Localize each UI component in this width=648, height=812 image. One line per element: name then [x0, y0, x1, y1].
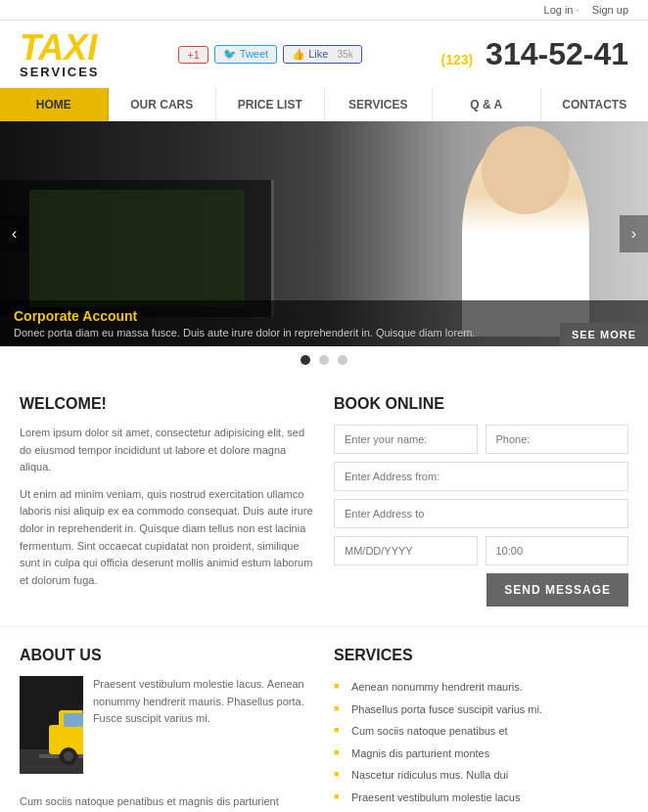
header: TAXI SERVICES +1 🐦 Tweet 👍 Like 35k (123… — [0, 21, 648, 88]
about-section: ABOUT US — [20, 647, 314, 812]
slider-title: Corporate Account — [14, 308, 634, 324]
book-section: BOOK ONLINE SEND MESSAGE — [334, 395, 628, 607]
phone-prefix: (123) — [441, 52, 474, 68]
svg-rect-3 — [78, 754, 83, 758]
social-buttons: +1 🐦 Tweet 👍 Like 35k — [178, 45, 361, 64]
taxi-image: TAXI — [20, 676, 83, 774]
book-row-name-phone — [334, 425, 628, 454]
top-bar: Log in · Sign up — [0, 0, 648, 21]
welcome-section: WELCOME! Lorem ipsum dolor sit amet, con… — [20, 395, 314, 607]
logo-taxi: TAXI — [20, 30, 100, 66]
date-input[interactable] — [334, 536, 478, 565]
like-button[interactable]: 👍 Like 35k — [283, 45, 361, 64]
services-title: SERVICES — [334, 647, 628, 664]
login-link[interactable]: Log in — [544, 4, 574, 16]
logo-services: SERVICES — [20, 66, 100, 78]
taxi-svg: TAXI — [20, 676, 83, 774]
like-count: 35k — [338, 49, 353, 60]
list-item: Aenean nonummy hendrerit mauris. — [334, 676, 628, 699]
welcome-title: WELCOME! — [20, 395, 314, 413]
list-item: Fusce feugiat malesuada odio — [334, 808, 628, 812]
nav-qa[interactable]: Q & A — [433, 88, 541, 121]
separator: · — [577, 4, 579, 16]
about-desc-text: Praesent vestibulum molestie lacus. Aene… — [93, 676, 314, 728]
about-title: ABOUT US — [20, 647, 314, 664]
send-message-button[interactable]: SEND MESSAGE — [486, 573, 628, 607]
address-from-input[interactable] — [334, 462, 628, 491]
services-section: SERVICES Aenean nonummy hendrerit mauris… — [334, 647, 628, 812]
about-description: Praesent vestibulum molestie lacus. Aene… — [93, 676, 314, 784]
book-row-date-time — [334, 536, 628, 565]
svg-rect-2 — [39, 754, 59, 758]
slider-caption: Corporate Account Donec porta diam eu ma… — [0, 300, 648, 346]
about-body: Cum sociis natoque penatibus et magnis d… — [20, 793, 314, 812]
slider-dots — [0, 346, 648, 376]
slider-dot-1[interactable] — [301, 355, 310, 365]
time-input[interactable] — [486, 536, 629, 565]
logo: TAXI SERVICES — [20, 30, 100, 78]
google-plus-button[interactable]: +1 — [178, 46, 208, 64]
nav-services[interactable]: SERVICES — [325, 88, 434, 121]
nav-price-list[interactable]: PRICE LIST — [216, 88, 325, 121]
about-services-section: ABOUT US — [0, 626, 648, 812]
slider-next-button[interactable]: › — [620, 215, 648, 252]
signup-link[interactable]: Sign up — [592, 4, 628, 16]
hero-slider: ‹ › Corporate Account Donec porta diam e… — [0, 121, 648, 346]
book-title: BOOK ONLINE — [334, 395, 628, 413]
welcome-para-2: Ut enim ad minim veniam, quis nostrud ex… — [20, 486, 314, 590]
phone-input[interactable] — [486, 425, 629, 454]
services-list: Aenean nonummy hendrerit mauris. Phasell… — [334, 676, 628, 812]
list-item: Praesent vestibulum molestie lacus — [334, 787, 628, 809]
navigation: HOME OUR CARS PRICE LIST SERVICES Q & A … — [0, 88, 648, 121]
about-img-row: TAXI Praesent vestibulum molestie lacus.… — [20, 676, 314, 784]
slider-text: Donec porta diam eu massa fusce. Duis au… — [14, 327, 634, 338]
slider-overlay: Corporate Account Donec porta diam eu ma… — [0, 300, 648, 346]
list-item: Cum sociis natoque penatibus et — [334, 720, 628, 743]
list-item: Magnis dis parturient montes — [334, 743, 628, 765]
nav-contacts[interactable]: CONTACTS — [541, 88, 649, 121]
svg-point-12 — [64, 751, 73, 761]
list-item: Nascetur ridiculus mus. Nulla dui — [334, 764, 628, 787]
slider-dot-3[interactable] — [338, 355, 347, 365]
slider-prev-button[interactable]: ‹ — [0, 215, 28, 252]
phone-number: 314-52-41 — [486, 36, 628, 71]
name-input[interactable] — [334, 425, 478, 454]
address-to-input[interactable] — [334, 499, 628, 528]
welcome-para-1: Lorem ipsum dolor sit amet, consectetur … — [20, 425, 314, 476]
svg-rect-8 — [64, 713, 83, 727]
main-content: WELCOME! Lorem ipsum dolor sit amet, con… — [0, 376, 648, 626]
nav-our-cars[interactable]: OUR CARS — [109, 88, 217, 121]
slider-dot-2[interactable] — [319, 355, 329, 365]
tweet-button[interactable]: 🐦 Tweet — [214, 45, 277, 64]
slider-see-more[interactable]: SEE MORE — [560, 323, 648, 346]
book-form: SEND MESSAGE — [334, 425, 628, 607]
phone-display: (123) 314-52-41 — [441, 36, 628, 72]
nav-home[interactable]: HOME — [0, 88, 109, 121]
list-item: Phasellus porta fusce suscipit varius mi… — [334, 699, 628, 721]
